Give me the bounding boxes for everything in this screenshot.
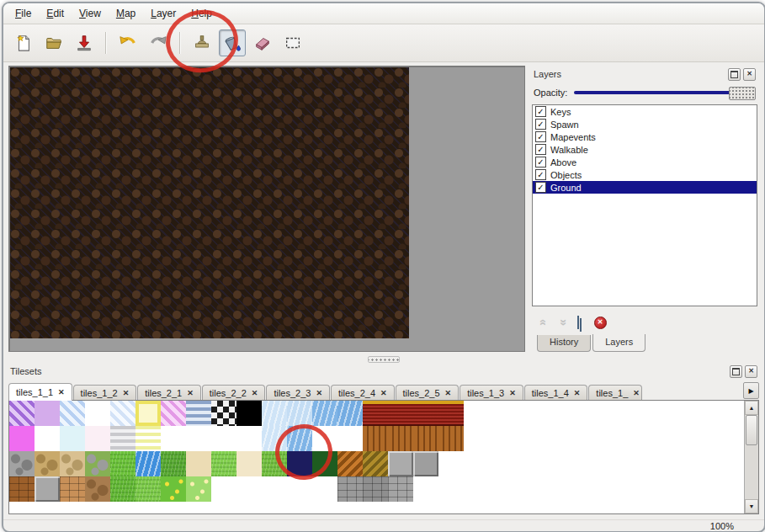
tile-1-15[interactable] — [388, 426, 413, 451]
tile-1-4[interactable] — [110, 426, 135, 451]
tile-1-6[interactable] — [161, 426, 186, 451]
tile-2-7[interactable] — [186, 451, 211, 476]
tile-3-16[interactable] — [413, 476, 438, 502]
tile-3-15[interactable] — [388, 476, 413, 502]
select-tool-button[interactable] — [279, 29, 306, 56]
tile-1-5[interactable] — [135, 426, 161, 451]
tile-2-2[interactable] — [60, 451, 85, 476]
layer-row-objects[interactable]: ✓Objects — [533, 168, 757, 181]
layer-row-walkable[interactable]: ✓Walkable — [533, 143, 757, 156]
tile-0-6[interactable] — [161, 401, 186, 426]
tile-0-16[interactable] — [413, 401, 438, 426]
tile-0-17[interactable] — [438, 401, 464, 426]
layer-visibility-checkbox[interactable]: ✓ — [535, 157, 546, 168]
horizontal-splitter[interactable] — [3, 355, 764, 363]
tile-0-10[interactable] — [262, 401, 287, 426]
tile-2-1[interactable] — [35, 451, 60, 476]
duplicate-layer-button[interactable] — [577, 317, 582, 328]
layer-visibility-checkbox[interactable]: ✓ — [535, 169, 546, 180]
close-tab-icon[interactable]: ✕ — [316, 389, 322, 397]
tile-3-13[interactable] — [337, 476, 363, 502]
tile-2-17[interactable] — [438, 451, 464, 476]
panel-tab-history[interactable]: History — [537, 335, 591, 352]
tile-3-6[interactable] — [161, 476, 186, 502]
tile-1-14[interactable] — [363, 426, 388, 451]
tileset-tab-tiles_1_1[interactable]: tiles_1_1✕ — [8, 383, 72, 401]
tile-3-17[interactable] — [438, 476, 464, 502]
tile-1-10[interactable] — [262, 426, 287, 451]
close-tab-icon[interactable]: ✕ — [58, 388, 65, 396]
tile-3-12[interactable] — [312, 476, 337, 502]
tile-2-8[interactable] — [211, 451, 236, 476]
tile-0-4[interactable] — [110, 401, 135, 426]
undo-button[interactable] — [114, 29, 141, 56]
scroll-down-button[interactable]: ▼ — [745, 499, 758, 513]
tileset-tab-tiles_2_1[interactable]: tiles_2_1✕ — [137, 385, 201, 400]
tile-1-12[interactable] — [312, 426, 337, 451]
menu-layer[interactable]: Layer — [144, 6, 183, 21]
tile-3-4[interactable] — [110, 476, 135, 502]
close-panel-button[interactable]: ✕ — [745, 365, 757, 378]
tile-3-11[interactable] — [287, 476, 312, 502]
tile-0-3[interactable] — [85, 401, 110, 426]
close-tab-icon[interactable]: ✕ — [574, 389, 581, 397]
tile-2-14[interactable] — [363, 451, 388, 476]
tile-0-14[interactable] — [363, 401, 388, 426]
stamp-tool-button[interactable] — [189, 29, 215, 56]
tile-3-9[interactable] — [236, 476, 262, 502]
move-layer-up-button[interactable]: « — [540, 316, 547, 329]
close-tab-icon[interactable]: ✕ — [187, 389, 194, 397]
open-map-button[interactable] — [40, 29, 67, 56]
float-panel-button[interactable] — [728, 68, 741, 81]
new-map-button[interactable] — [10, 29, 37, 56]
tileset-tab-tiles_2_4[interactable]: tiles_2_4✕ — [331, 385, 395, 400]
close-tab-icon[interactable]: ✕ — [380, 389, 387, 397]
tile-2-11[interactable] — [287, 451, 312, 476]
tile-2-5[interactable] — [135, 451, 161, 476]
layer-visibility-checkbox[interactable]: ✓ — [535, 182, 546, 193]
menu-file[interactable]: File — [8, 6, 38, 21]
move-layer-down-button[interactable]: « — [559, 316, 566, 329]
tile-3-7[interactable] — [186, 476, 211, 502]
tile-0-11[interactable] — [287, 401, 312, 426]
tile-3-8[interactable] — [211, 476, 236, 502]
tile-1-9[interactable] — [236, 426, 262, 451]
tile-0-7[interactable] — [186, 401, 211, 426]
tile-0-8[interactable] — [211, 401, 236, 426]
save-map-button[interactable] — [71, 29, 98, 56]
tile-0-2[interactable] — [60, 401, 85, 426]
delete-layer-button[interactable]: ✕ — [594, 317, 607, 329]
opacity-slider-handle[interactable] — [729, 87, 756, 100]
tile-2-0[interactable] — [9, 451, 35, 476]
tile-1-7[interactable] — [186, 426, 211, 451]
close-tab-icon[interactable]: ✕ — [509, 389, 516, 397]
tile-1-1[interactable] — [35, 426, 60, 451]
tile-2-3[interactable] — [85, 451, 110, 476]
layer-row-mapevents[interactable]: ✓Mapevents — [533, 130, 757, 143]
tileset-tab-tiles_2_3[interactable]: tiles_2_3✕ — [266, 385, 330, 400]
close-tab-icon[interactable]: ✕ — [633, 389, 640, 397]
tile-3-1[interactable] — [35, 476, 60, 502]
menu-edit[interactable]: Edit — [40, 6, 71, 21]
scroll-tabs-right-button[interactable]: ▶ — [743, 382, 759, 399]
layer-visibility-checkbox[interactable]: ✓ — [535, 106, 546, 117]
menu-view[interactable]: View — [72, 6, 108, 21]
tile-2-10[interactable] — [262, 451, 287, 476]
redo-button[interactable] — [145, 29, 172, 56]
tile-2-6[interactable] — [161, 451, 186, 476]
tile-0-12[interactable] — [312, 401, 337, 426]
tile-3-10[interactable] — [262, 476, 287, 502]
tileset-vertical-scrollbar[interactable]: ▲ ▼ — [744, 401, 758, 513]
scrollbar-track[interactable] — [745, 415, 758, 499]
menu-help[interactable]: Help — [184, 6, 219, 21]
tile-3-3[interactable] — [85, 476, 110, 502]
tile-0-15[interactable] — [388, 401, 413, 426]
layer-visibility-checkbox[interactable]: ✓ — [535, 119, 546, 130]
tile-3-2[interactable] — [60, 476, 85, 502]
layer-visibility-checkbox[interactable]: ✓ — [535, 131, 546, 142]
tile-1-16[interactable] — [413, 426, 438, 451]
tile-0-1[interactable] — [35, 401, 60, 426]
tileset-tab-tiles_1_4[interactable]: tiles_1_4✕ — [524, 385, 588, 400]
tile-2-12[interactable] — [312, 451, 337, 476]
tile-3-0[interactable] — [9, 476, 35, 502]
